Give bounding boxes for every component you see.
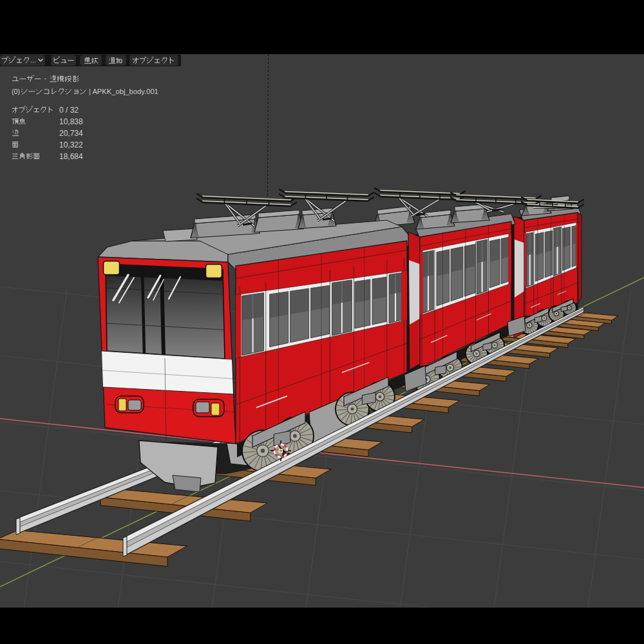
svg-text:18,684: 18,684 bbox=[59, 152, 83, 161]
svg-text:20,734: 20,734 bbox=[59, 129, 83, 138]
svg-text:0 / 32: 0 / 32 bbox=[59, 106, 79, 115]
svg-text:10,838: 10,838 bbox=[59, 117, 83, 126]
svg-text:| APKK_obj_body.001: | APKK_obj_body.001 bbox=[89, 88, 158, 95]
svg-text:...: ... bbox=[30, 56, 36, 64]
svg-text:10,322: 10,322 bbox=[59, 140, 83, 149]
svg-text:(0): (0) bbox=[12, 88, 20, 95]
